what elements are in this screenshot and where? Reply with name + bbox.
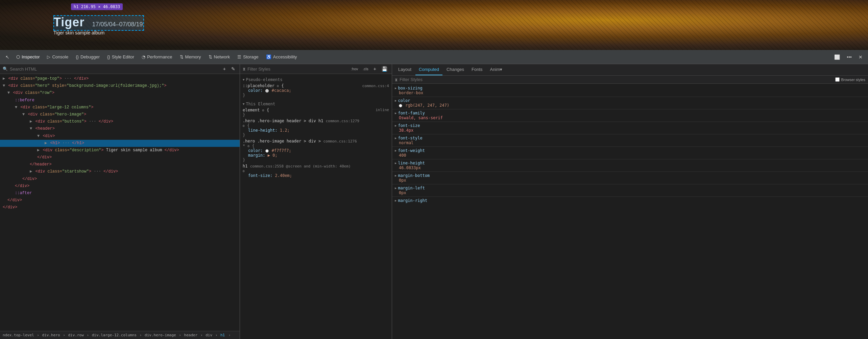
computed-property: ▶ box-sizing border-box bbox=[392, 85, 868, 96]
prop-value-box-sizing: border-box bbox=[395, 90, 865, 95]
html-search-input[interactable] bbox=[10, 67, 219, 72]
overflow-button[interactable]: ••• bbox=[844, 52, 854, 62]
tree-triangle[interactable] bbox=[30, 169, 32, 174]
cls-button[interactable]: .cls bbox=[361, 66, 370, 72]
breadcrumb-item[interactable]: div.hero-image bbox=[145, 333, 176, 337]
prop-name-font-family[interactable]: ▶ font-family bbox=[395, 111, 865, 115]
html-line[interactable]: </div> bbox=[0, 197, 240, 204]
breadcrumb-nav-right[interactable]: › bbox=[228, 333, 231, 337]
tab-changes[interactable]: Changes bbox=[443, 64, 467, 75]
tab-debugger[interactable]: {} Debugger bbox=[72, 52, 103, 61]
html-line[interactable]: <div class="hero-image"> bbox=[0, 111, 240, 118]
prop-value-line-height: 46.0833px bbox=[395, 165, 865, 170]
css-pseudo-elements-section: ▼ Pseudo-elements ::placeholder ⚙ { comm… bbox=[240, 75, 392, 100]
css-selector: element ⚙ { bbox=[243, 108, 269, 112]
breadcrumb-item[interactable]: ndex.top-level bbox=[3, 333, 34, 337]
tab-inspector[interactable]: ⬡ Inspector bbox=[13, 52, 43, 61]
html-line[interactable]: </div> bbox=[0, 183, 240, 190]
prop-name-box-sizing[interactable]: ▶ box-sizing bbox=[395, 86, 865, 90]
tab-memory[interactable]: ⇅ Memory bbox=[176, 52, 204, 61]
browser-styles-checkbox[interactable] bbox=[835, 77, 840, 82]
html-line[interactable]: <div class="page-top"> ··· </div> bbox=[0, 75, 240, 82]
tree-triangle[interactable] bbox=[37, 148, 40, 153]
tree-triangle[interactable] bbox=[30, 126, 32, 131]
css-property: color: #f7f7f7; bbox=[243, 148, 389, 153]
computed-properties: ▶ box-sizing border-box ▶ color rgb(247,… bbox=[392, 84, 868, 339]
breadcrumb-item[interactable]: div.hero bbox=[42, 333, 60, 337]
prop-name-font-weight[interactable]: ▶ font-weight bbox=[395, 148, 865, 153]
css-save-button[interactable]: 💾 bbox=[380, 66, 389, 72]
pick-element-button[interactable]: ✎ bbox=[230, 66, 237, 72]
browser-styles-checkbox-label[interactable]: Browser styles bbox=[835, 77, 865, 82]
html-line[interactable]: <div> bbox=[0, 133, 240, 140]
html-line[interactable]: <div class="large-12 columns"> bbox=[0, 104, 240, 111]
breadcrumb-item[interactable]: div.large-12.columns bbox=[92, 333, 137, 337]
html-line[interactable]: ::before bbox=[0, 97, 240, 104]
html-line[interactable]: </header> bbox=[0, 161, 240, 168]
prop-name-margin-left[interactable]: ▶ margin-left bbox=[395, 186, 865, 190]
tab-storage[interactable]: ☰ Storage bbox=[234, 52, 262, 61]
hov-button[interactable]: :hov bbox=[350, 66, 360, 72]
html-line[interactable]: </div> bbox=[0, 204, 240, 211]
tree-triangle[interactable] bbox=[45, 141, 47, 146]
tab-network[interactable]: ⇅ Network bbox=[205, 52, 234, 61]
separator bbox=[392, 159, 868, 159]
tab-computed[interactable]: Computed bbox=[415, 64, 442, 75]
tab-performance[interactable]: ◔ Performance bbox=[138, 52, 175, 61]
add-rule-button[interactable]: + bbox=[372, 66, 378, 72]
breadcrumb-item[interactable]: div.row bbox=[68, 333, 83, 337]
color-swatch[interactable] bbox=[265, 149, 269, 153]
html-line[interactable]: <div class="buttons"> ··· </div> bbox=[0, 118, 240, 125]
add-node-button[interactable]: + bbox=[221, 66, 227, 72]
html-line-selected[interactable]: <h1> ··· </h1> bbox=[0, 140, 240, 147]
tree-triangle[interactable] bbox=[15, 105, 17, 110]
html-line[interactable]: <header> bbox=[0, 125, 240, 132]
css-panel: ⧗ :hov .cls + 💾 ▼ Pseudo-elements bbox=[240, 64, 392, 339]
dock-button[interactable]: ⬜ bbox=[831, 52, 843, 62]
html-line[interactable]: <div class="startshow"> ··· </div> bbox=[0, 168, 240, 175]
tab-fonts[interactable]: Fonts bbox=[468, 64, 486, 75]
section-triangle: ▼ bbox=[243, 102, 244, 106]
tree-triangle[interactable] bbox=[7, 90, 10, 95]
tab-console[interactable]: ▷ Console bbox=[44, 52, 72, 61]
tree-triangle[interactable] bbox=[3, 76, 5, 81]
hero-subtitle: Tiger skin sample album bbox=[53, 30, 143, 35]
tab-animations[interactable]: Anim▾ bbox=[487, 64, 506, 75]
debugger-icon: {} bbox=[76, 54, 79, 59]
html-line[interactable]: <div class="description"> Tiger skin sam… bbox=[0, 147, 240, 154]
css-file-link[interactable]: common.css:4 bbox=[362, 84, 389, 88]
css-selector: .hero .hero-image header > div > common.… bbox=[243, 139, 357, 144]
expand-icon: ▶ bbox=[395, 186, 396, 190]
color-swatch[interactable] bbox=[265, 89, 269, 93]
color-swatch-computed[interactable] bbox=[399, 104, 402, 107]
tab-layout[interactable]: Layout bbox=[395, 64, 415, 75]
html-panel: 🔍 + ✎ <div class="page-top"> ··· </div> bbox=[0, 64, 240, 339]
tree-triangle[interactable] bbox=[3, 83, 5, 88]
html-line[interactable]: <div class="hero" style="background-imag… bbox=[0, 82, 240, 89]
html-line[interactable]: </div> bbox=[0, 176, 240, 183]
tree-triangle[interactable] bbox=[37, 134, 40, 138]
html-line[interactable]: </div> bbox=[0, 154, 240, 161]
tree-triangle[interactable] bbox=[22, 112, 25, 117]
prop-value-font-weight: 400 bbox=[395, 153, 865, 158]
breadcrumb-item[interactable]: div bbox=[206, 333, 212, 337]
prop-name-font-size[interactable]: ▶ font-size bbox=[395, 123, 865, 128]
css-section-header[interactable]: ▼ Pseudo-elements bbox=[243, 77, 389, 83]
prop-name-font-style[interactable]: ▶ font-style bbox=[395, 136, 865, 140]
tree-triangle[interactable] bbox=[30, 119, 32, 124]
html-line[interactable]: <div class="row"> bbox=[0, 89, 240, 97]
prop-name-margin-right[interactable]: ▶ margin-right bbox=[395, 198, 865, 203]
breadcrumb-item[interactable]: header bbox=[184, 333, 198, 337]
css-section-header[interactable]: ▼ This Element bbox=[243, 101, 389, 107]
computed-filter-input[interactable] bbox=[400, 77, 833, 82]
prop-name-line-height[interactable]: ▶ line-height bbox=[395, 161, 865, 165]
html-line[interactable]: ::after bbox=[0, 190, 240, 197]
breadcrumb-item-active[interactable]: h1 bbox=[220, 333, 225, 337]
tab-style-editor[interactable]: {} Style Editor bbox=[104, 52, 138, 61]
prop-name-margin-bottom[interactable]: ▶ margin-bottom bbox=[395, 173, 865, 178]
css-filter-input[interactable] bbox=[247, 67, 348, 72]
close-devtools-button[interactable]: ✕ bbox=[856, 52, 865, 62]
prop-name-color[interactable]: ▶ color bbox=[395, 98, 865, 103]
inspector-cursor-button[interactable]: ↖ bbox=[3, 52, 12, 62]
tab-accessibility[interactable]: ♿ Accessibility bbox=[263, 52, 300, 61]
